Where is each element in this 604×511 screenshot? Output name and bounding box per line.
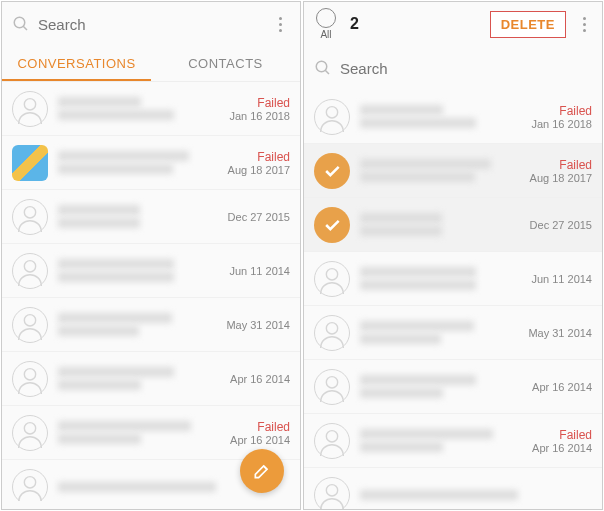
search-input[interactable]: [340, 60, 592, 77]
item-meta: Jun 11 2014: [525, 273, 592, 285]
item-meta: Apr 16 2014: [224, 373, 290, 385]
status-failed: Failed: [229, 96, 290, 110]
item-date: Dec 27 2015: [530, 219, 592, 231]
item-date: Apr 16 2014: [532, 381, 592, 393]
svg-point-3: [24, 206, 35, 217]
list-item[interactable]: Apr 16 2014: [304, 360, 602, 414]
svg-point-6: [24, 368, 35, 379]
tab-contacts[interactable]: CONTACTS: [151, 46, 300, 81]
selection-count: 2: [350, 15, 490, 33]
list-item[interactable]: FailedApr 16 2014: [304, 414, 602, 468]
messages-app-normal: CONVERSATIONS CONTACTS FailedJan 16 2018…: [1, 1, 301, 510]
item-meta: Apr 16 2014: [526, 381, 592, 393]
item-date: Jun 11 2014: [531, 273, 592, 285]
more-icon[interactable]: [574, 14, 594, 34]
svg-point-16: [326, 484, 337, 495]
avatar: [12, 91, 48, 127]
checkmark-icon: [314, 153, 350, 189]
select-all-button[interactable]: All: [316, 8, 336, 40]
avatar: [314, 369, 350, 405]
list-item[interactable]: Jun 11 2014: [304, 252, 602, 306]
item-preview: [360, 487, 586, 503]
status-failed: Failed: [230, 420, 290, 434]
item-meta: FailedApr 16 2014: [224, 420, 290, 446]
item-preview: [58, 364, 224, 393]
searchbar: [2, 2, 300, 46]
avatar: [12, 145, 48, 181]
item-preview: [58, 202, 222, 231]
compose-icon: [252, 461, 272, 481]
checkmark-icon: [314, 207, 350, 243]
list-item[interactable]: May 31 2014: [304, 306, 602, 360]
avatar: [12, 469, 48, 502]
svg-point-7: [24, 422, 35, 433]
list-item[interactable]: May 31 2014: [2, 298, 300, 352]
avatar: [314, 477, 350, 510]
select-all-circle-icon: [316, 8, 336, 28]
list-item-selected[interactable]: Dec 27 2015: [304, 198, 602, 252]
status-failed: Failed: [531, 104, 592, 118]
item-date: Apr 16 2014: [532, 442, 592, 454]
avatar: [12, 253, 48, 289]
list-item[interactable]: FailedJan 16 2018: [2, 82, 300, 136]
item-date: Jan 16 2018: [531, 118, 592, 130]
select-all-label: All: [320, 29, 331, 40]
item-date: May 31 2014: [226, 319, 290, 331]
item-meta: Dec 27 2015: [222, 211, 290, 223]
item-preview: [360, 318, 522, 347]
item-date: Jun 11 2014: [229, 265, 290, 277]
item-meta: Dec 27 2015: [524, 219, 592, 231]
item-preview: [360, 372, 526, 401]
item-preview: [360, 426, 526, 455]
delete-button[interactable]: DELETE: [490, 11, 566, 38]
svg-point-12: [326, 268, 337, 279]
svg-point-11: [326, 106, 337, 117]
item-preview: [58, 148, 222, 177]
item-meta: May 31 2014: [522, 327, 592, 339]
tabs: CONVERSATIONS CONTACTS: [2, 46, 300, 82]
list-item[interactable]: FailedJan 16 2018: [304, 90, 602, 144]
item-meta: Jun 11 2014: [223, 265, 290, 277]
compose-button[interactable]: [240, 449, 284, 493]
svg-point-5: [24, 314, 35, 325]
avatar: [12, 307, 48, 343]
item-meta: May 31 2014: [220, 319, 290, 331]
more-icon[interactable]: [270, 14, 290, 34]
avatar: [12, 361, 48, 397]
avatar: [314, 423, 350, 459]
list-item[interactable]: FailedAug 18 2017: [2, 136, 300, 190]
avatar: [314, 261, 350, 297]
selection-topbar: All 2 DELETE: [304, 2, 602, 46]
list-item-selected[interactable]: FailedAug 18 2017: [304, 144, 602, 198]
svg-point-13: [326, 322, 337, 333]
list-item[interactable]: Apr 16 2014: [2, 352, 300, 406]
list-item[interactable]: [304, 468, 602, 509]
item-date: Aug 18 2017: [530, 172, 592, 184]
tab-conversations[interactable]: CONVERSATIONS: [2, 46, 151, 81]
search-icon: [314, 59, 332, 77]
item-preview: [58, 94, 223, 123]
avatar: [314, 315, 350, 351]
item-preview: [360, 102, 525, 131]
item-date: Dec 27 2015: [228, 211, 290, 223]
search-input[interactable]: [38, 16, 270, 33]
list-item[interactable]: Dec 27 2015: [2, 190, 300, 244]
svg-line-10: [325, 70, 329, 74]
svg-point-0: [14, 17, 25, 28]
search-icon: [12, 15, 30, 33]
item-meta: FailedJan 16 2018: [223, 96, 290, 122]
status-failed: Failed: [228, 150, 290, 164]
list-item[interactable]: Jun 11 2014: [2, 244, 300, 298]
item-date: Aug 18 2017: [228, 164, 290, 176]
item-date: Apr 16 2014: [230, 373, 290, 385]
item-meta: FailedApr 16 2014: [526, 428, 592, 454]
item-meta: FailedJan 16 2018: [525, 104, 592, 130]
svg-point-8: [24, 476, 35, 487]
svg-point-2: [24, 98, 35, 109]
conversation-list[interactable]: FailedJan 16 2018 FailedAug 18 2017 Dec …: [304, 90, 602, 509]
conversation-list[interactable]: FailedJan 16 2018 FailedAug 18 2017 Dec …: [2, 82, 300, 501]
svg-point-14: [326, 376, 337, 387]
item-preview: [58, 256, 223, 285]
avatar: [12, 415, 48, 451]
item-meta: FailedAug 18 2017: [222, 150, 290, 176]
